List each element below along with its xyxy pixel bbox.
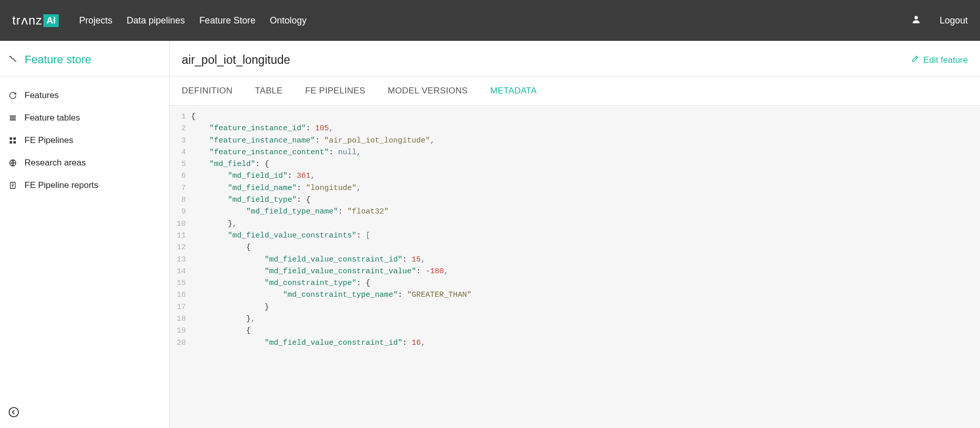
nav-data-pipelines[interactable]: Data pipelines	[127, 15, 185, 26]
sidebar-item-fe-pipelines[interactable]: FE Pipelines	[0, 129, 169, 152]
sidebar-item-label: Research areas	[25, 158, 86, 168]
sidebar-header[interactable]: Feature store	[0, 41, 169, 77]
sidebar: Feature store Features Feature tables FE…	[0, 41, 170, 428]
layers-icon	[8, 114, 17, 122]
app-header: trᴧnz AI Projects Data pipelines Feature…	[0, 0, 980, 41]
sidebar-item-label: Features	[25, 90, 59, 101]
main-layout: Feature store Features Feature tables FE…	[0, 41, 980, 428]
content-area: air_pol_iot_longitude Edit feature DEFIN…	[170, 41, 980, 428]
svg-rect-2	[10, 117, 16, 118]
user-icon[interactable]	[911, 14, 921, 27]
tab-fe-pipelines[interactable]: FE PIPELINES	[305, 86, 365, 96]
nav-projects[interactable]: Projects	[79, 15, 112, 26]
content-tabs: DEFINITION TABLE FE PIPELINES MODEL VERS…	[170, 77, 980, 106]
tab-definition[interactable]: DEFINITION	[182, 86, 232, 96]
content-header: air_pol_iot_longitude Edit feature	[170, 41, 980, 77]
collapse-sidebar-button[interactable]	[8, 407, 19, 420]
edit-feature-link[interactable]: Edit feature	[911, 55, 968, 65]
grid-icon	[8, 136, 17, 145]
sidebar-item-label: FE Pipeline reports	[25, 180, 99, 191]
sidebar-item-label: Feature tables	[25, 113, 80, 123]
sidebar-item-feature-tables[interactable]: Feature tables	[0, 107, 169, 129]
brand-box: AI	[43, 14, 59, 27]
page-title: air_pol_iot_longitude	[182, 53, 290, 67]
code-gutter: 1234567891011121314151617181920	[170, 106, 191, 428]
tab-metadata[interactable]: METADATA	[490, 86, 537, 96]
edit-feature-label: Edit feature	[923, 55, 968, 65]
svg-rect-5	[13, 137, 16, 140]
sidebar-items: Features Feature tables FE Pipelines Res…	[0, 77, 169, 204]
document-icon	[8, 181, 17, 189]
header-right: Logout	[911, 14, 968, 27]
refresh-icon	[8, 91, 17, 100]
brand-text: trᴧnz	[12, 13, 42, 28]
tab-table[interactable]: TABLE	[255, 86, 282, 96]
svg-rect-7	[13, 141, 16, 144]
sidebar-item-research-areas[interactable]: Research areas	[0, 152, 169, 174]
brand-logo[interactable]: trᴧnz AI	[12, 13, 59, 28]
sidebar-item-fe-pipeline-reports[interactable]: FE Pipeline reports	[0, 174, 169, 197]
globe-icon	[8, 159, 17, 167]
svg-rect-6	[10, 141, 12, 144]
nav-ontology[interactable]: Ontology	[270, 15, 306, 26]
sidebar-item-features[interactable]: Features	[0, 84, 169, 107]
code-body: { "feature_instance_id": 105, "feature_i…	[191, 106, 471, 428]
svg-point-0	[915, 16, 918, 19]
svg-rect-3	[10, 120, 16, 121]
nav-feature-store[interactable]: Feature Store	[199, 15, 255, 26]
svg-rect-4	[10, 137, 12, 140]
sidebar-title: Feature store	[25, 53, 91, 66]
metadata-code-viewer[interactable]: 1234567891011121314151617181920 { "featu…	[170, 106, 980, 428]
top-nav: Projects Data pipelines Feature Store On…	[79, 15, 306, 26]
edit-icon	[911, 55, 919, 65]
svg-rect-1	[10, 115, 16, 116]
logout-link[interactable]: Logout	[940, 15, 968, 26]
branch-icon	[8, 54, 17, 65]
tab-model-versions[interactable]: MODEL VERSIONS	[388, 86, 468, 96]
sidebar-item-label: FE Pipelines	[25, 135, 73, 146]
svg-point-10	[9, 408, 18, 417]
